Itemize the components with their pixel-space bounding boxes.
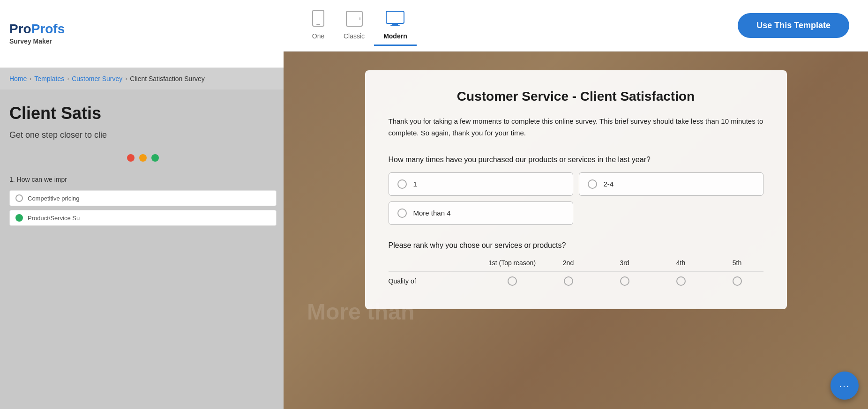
question-preview: 1. How can we impr [9,176,277,183]
svg-rect-5 [392,24,398,25]
dot-yellow [139,154,147,162]
mobile-icon [312,10,325,30]
breadcrumb-current: Client Satisfaction Survey [130,75,205,82]
tab-modern-label: Modern [383,32,407,40]
breadcrumb-customer-survey[interactable]: Customer Survey [72,75,122,82]
tab-classic[interactable]: Classic [334,6,374,46]
survey-preview-title: Client Satis [9,104,277,123]
rank-row-1: Quality of [389,271,763,290]
chat-bubble-icon: ··· [839,380,850,391]
survey-preview: Client Satis Get one step closer to clie… [0,89,286,244]
radio-btn-3 [397,208,407,218]
right-panel: One Classic [284,0,868,409]
survey-preview-subtitle: Get one step closer to clie [9,130,277,140]
rank-radio-1-1[interactable] [508,276,517,286]
rank-header-1: 1st (Top reason) [486,259,539,267]
logo-pro: Pro [9,22,31,36]
svg-rect-4 [386,11,404,23]
logo-text: ProProfs [9,22,65,36]
dot-green [151,154,159,162]
breadcrumb-home[interactable]: Home [9,75,27,82]
question-1-text: How many times have you purchased our pr… [389,156,763,164]
left-panel: ProProfs Survey Maker Home › Templates ›… [0,0,286,409]
survey-title-text: Client Satis [9,104,101,123]
breadcrumb-sep-1: › [30,75,31,82]
dot-red [127,154,135,162]
device-tabs: One Classic [302,5,417,46]
radio-circle-2 [15,214,23,222]
radio-btn-2 [588,179,597,189]
option-2-label: 2-4 [604,180,614,188]
question-1-section: How many times have you purchased our pr… [389,156,763,225]
option-label-2: Product/Service Su [28,215,80,222]
tab-one[interactable]: One [302,5,334,46]
option-1-radio[interactable]: 1 [389,172,573,196]
option-3-label: More than 4 [413,209,451,217]
rank-header-5: 5th [711,259,763,267]
modal-container: One Classic [284,0,868,409]
dots-container [9,154,277,162]
breadcrumb-sep-2: › [67,75,69,82]
rank-cell-1-2 [542,276,595,286]
survey-description: Thank you for taking a few moments to co… [389,116,763,139]
radio-circle-1 [15,194,23,202]
use-template-button[interactable]: Use This Template [738,13,849,38]
rank-header-3: 3rd [599,259,651,267]
tablet-icon [346,11,363,30]
rank-header-2: 2nd [542,259,595,267]
rank-cell-1-1 [486,276,539,286]
svg-rect-3 [359,17,360,20]
question-2-text: Please rank why you chose our services o… [389,241,763,250]
svg-rect-0 [313,10,324,26]
rank-header-empty [389,259,482,267]
chat-bubble[interactable]: ··· [831,372,859,400]
breadcrumb: Home › Templates › Customer Survey › Cli… [0,68,286,89]
rank-radio-1-4[interactable] [676,276,686,286]
logo: ProProfs Survey Maker [9,22,65,45]
radio-btn-1 [397,179,407,189]
rank-radio-1-5[interactable] [733,276,742,286]
tab-modern[interactable]: Modern [374,6,417,46]
question-2-section: Please rank why you chose our services o… [389,241,763,290]
rank-radio-1-2[interactable] [564,276,573,286]
breadcrumb-sep-3: › [125,75,127,82]
option-preview-2: Product/Service Su [9,210,277,226]
rank-row-label-1: Quality of [389,276,482,286]
logo-subtitle: Survey Maker [9,37,65,45]
rank-cell-1-3 [599,276,651,286]
survey-form-title: Customer Service - Client Satisfaction [389,89,763,104]
breadcrumb-templates[interactable]: Templates [34,75,64,82]
svg-rect-1 [316,24,320,25]
option-1-label: 1 [413,180,417,188]
option-3-radio[interactable]: More than 4 [389,201,573,225]
question-1-options-grid: 1 2-4 [389,172,763,196]
modal-topbar: One Classic [284,0,868,52]
desktop-icon [386,11,404,30]
option-preview-1: Competitive pricing [9,190,277,206]
logo-profs: Profs [31,22,65,36]
svg-rect-6 [390,25,400,26]
option-label-1: Competitive pricing [28,195,80,202]
header-bar: ProProfs Survey Maker [0,0,286,68]
tab-one-label: One [312,32,324,40]
rank-radio-1-3[interactable] [620,276,629,286]
rank-cell-1-5 [711,276,763,286]
rank-table-header: 1st (Top reason) 2nd 3rd 4th [389,259,763,271]
rank-cell-1-4 [655,276,707,286]
option-2-radio[interactable]: 2-4 [579,172,763,196]
rank-header-4: 4th [655,259,707,267]
question-preview-text: 1. How can we impr [9,176,67,183]
tab-classic-label: Classic [344,32,365,40]
